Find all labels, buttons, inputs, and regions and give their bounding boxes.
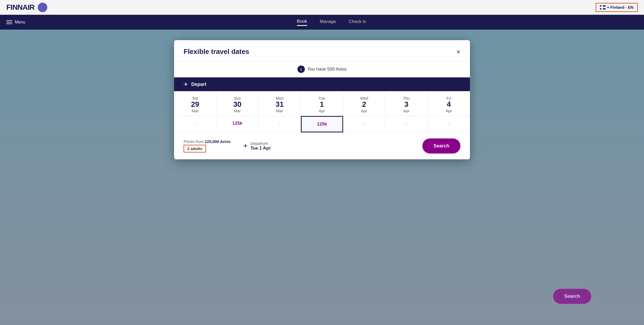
- nav-manage[interactable]: Manage: [320, 19, 336, 25]
- adults-badge[interactable]: 2 adults: [184, 145, 206, 152]
- close-button[interactable]: ×: [456, 48, 460, 55]
- footer-price-info: Prices from 125,000 Avios 2 adults: [184, 139, 231, 152]
- day-month-0: Mar: [176, 109, 214, 113]
- prices-from: Prices from 125,000 Avios: [184, 139, 231, 144]
- menu-button[interactable]: Menu: [6, 20, 25, 25]
- price-val-3: 125k: [317, 122, 327, 127]
- day-month-2: Mar: [261, 109, 298, 113]
- modal-footer: Prices from 125,000 Avios 2 adults ✈ Dep…: [174, 133, 470, 159]
- price-cell-0[interactable]: -: [174, 116, 216, 132]
- day-name-4: Wed: [345, 96, 383, 100]
- price-cell-1[interactable]: 125k: [216, 116, 259, 132]
- day-num-2: 31: [261, 100, 298, 109]
- day-name-1: Sun: [218, 96, 256, 100]
- price-val-5: -: [406, 121, 407, 126]
- day-month-6: Apr: [430, 109, 468, 113]
- departure-plane-icon: ✈: [243, 143, 248, 149]
- cal-header-tue: Tue 1 Apr: [301, 91, 343, 116]
- day-name-6: Fri: [430, 96, 468, 100]
- day-num-5: 3: [388, 100, 425, 109]
- language-button[interactable]: + Finland - EN: [596, 3, 638, 12]
- calendar-day-headers: Sat 29 Mar Sun 30 Mar Mon 31 Mar Tue 1: [174, 91, 470, 116]
- avios-info-bar: i You have 500 Avios: [174, 61, 470, 77]
- price-val-2: -: [279, 121, 281, 126]
- cal-header-mon: Mon 31 Mar: [259, 91, 301, 116]
- top-bar: FINNAIR + Finland - EN: [0, 0, 644, 15]
- price-cell-5[interactable]: -: [385, 116, 428, 132]
- search-button[interactable]: Search: [422, 138, 460, 154]
- day-month-3: Apr: [303, 109, 341, 113]
- departure-label: Departure: [250, 141, 271, 146]
- background-scene: Flexible travel dates × i You have 500 A…: [0, 30, 644, 325]
- adults-label: 2 adults: [187, 146, 202, 151]
- finnair-logo: FINNAIR: [6, 3, 35, 12]
- day-name-5: Thu: [388, 96, 425, 100]
- depart-plane-icon: ✈: [184, 81, 188, 87]
- logo-area: FINNAIR: [6, 3, 47, 12]
- day-month-5: Apr: [388, 109, 425, 113]
- day-num-1: 30: [218, 100, 256, 109]
- day-month-4: Apr: [345, 109, 383, 113]
- day-num-4: 2: [345, 100, 383, 109]
- day-num-3: 1: [303, 100, 341, 109]
- day-name-3: Tue: [303, 96, 341, 100]
- depart-header: ✈ Depart: [174, 77, 470, 91]
- prices-from-label: Prices from: [184, 139, 204, 144]
- price-row: - 125k - 125k - - -: [174, 116, 470, 133]
- price-cell-2[interactable]: -: [259, 116, 301, 132]
- hamburger-icon: [6, 20, 12, 24]
- flexible-dates-modal: Flexible travel dates × i You have 500 A…: [174, 40, 470, 159]
- departure-details: Departure Tue 1 Apr: [250, 141, 271, 151]
- svg-rect-2: [601, 5, 603, 10]
- modal-title: Flexible travel dates: [184, 48, 249, 56]
- day-month-1: Mar: [218, 109, 256, 113]
- menu-label: Menu: [15, 20, 25, 25]
- flag-plus: +: [607, 5, 609, 10]
- day-name-0: Sat: [176, 96, 214, 100]
- depart-label: Depart: [191, 82, 206, 87]
- price-cell-3[interactable]: 125k: [301, 116, 343, 132]
- cal-header-fri: Fri 4 Apr: [428, 91, 470, 116]
- nav-bar: Menu Book Manage Check in: [0, 15, 644, 30]
- price-val-6: -: [448, 121, 450, 126]
- cal-header-sun: Sun 30 Mar: [216, 91, 259, 116]
- day-num-0: 29: [176, 100, 214, 109]
- price-cell-4[interactable]: -: [343, 116, 385, 132]
- prices-from-value: 125,000 Avios: [205, 139, 231, 144]
- nav-links: Book Manage Check in: [297, 19, 366, 26]
- price-cell-6[interactable]: -: [428, 116, 470, 132]
- cal-header-sat: Sat 29 Mar: [174, 91, 216, 116]
- day-num-6: 4: [430, 100, 468, 109]
- globe-icon: [38, 3, 47, 12]
- finland-flag-icon: [600, 5, 606, 10]
- nav-checkin[interactable]: Check in: [349, 19, 366, 25]
- nav-book[interactable]: Book: [297, 19, 307, 26]
- cal-header-wed: Wed 2 Apr: [343, 91, 385, 116]
- day-name-2: Mon: [261, 96, 298, 100]
- price-val-0: -: [194, 121, 196, 126]
- departure-date: Tue 1 Apr: [250, 146, 271, 151]
- info-icon: i: [297, 66, 305, 73]
- modal-header: Flexible travel dates ×: [174, 40, 470, 61]
- cal-header-thu: Thu 3 Apr: [385, 91, 428, 116]
- price-val-4: -: [363, 121, 365, 126]
- price-val-1: 125k: [232, 121, 242, 126]
- avios-text: You have 500 Avios: [307, 67, 347, 72]
- language-label: Finland - EN: [610, 5, 634, 10]
- modal-overlay: Flexible travel dates × i You have 500 A…: [0, 30, 644, 325]
- departure-info: ✈ Departure Tue 1 Apr: [243, 141, 271, 151]
